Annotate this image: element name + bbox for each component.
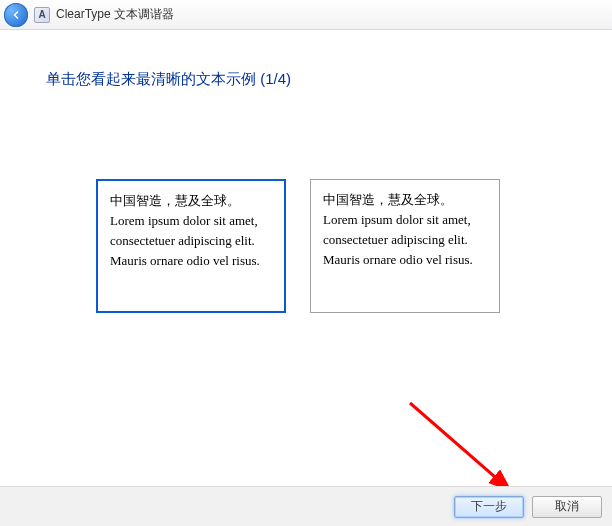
content-area: 单击您看起来最清晰的文本示例 (1/4) 中国智造，慧及全球。 Lorem ip… (0, 30, 612, 313)
next-button[interactable]: 下一步 (454, 496, 524, 518)
sample-row: 中国智造，慧及全球。 Lorem ipsum dolor sit amet, c… (46, 179, 566, 313)
title-bar: A ClearType 文本调谐器 (0, 0, 612, 30)
text-sample-1[interactable]: 中国智造，慧及全球。 Lorem ipsum dolor sit amet, c… (96, 179, 286, 313)
back-button[interactable] (4, 3, 28, 27)
window-title: ClearType 文本调谐器 (56, 6, 174, 23)
text-sample-2[interactable]: 中国智造，慧及全球。 Lorem ipsum dolor sit amet, c… (310, 179, 500, 313)
wizard-footer: 下一步 取消 (0, 486, 612, 526)
svg-line-0 (410, 403, 510, 490)
sample-line-latin: Lorem ipsum dolor sit amet, consectetuer… (110, 213, 260, 268)
sample-line-cn: 中国智造，慧及全球。 (110, 193, 240, 208)
sample-line-cn: 中国智造，慧及全球。 (323, 192, 453, 207)
app-icon: A (34, 7, 50, 23)
sample-line-latin: Lorem ipsum dolor sit amet, consectetuer… (323, 212, 473, 267)
page-heading: 单击您看起来最清晰的文本示例 (1/4) (46, 70, 566, 89)
arrow-left-icon (10, 9, 22, 21)
cancel-button[interactable]: 取消 (532, 496, 602, 518)
